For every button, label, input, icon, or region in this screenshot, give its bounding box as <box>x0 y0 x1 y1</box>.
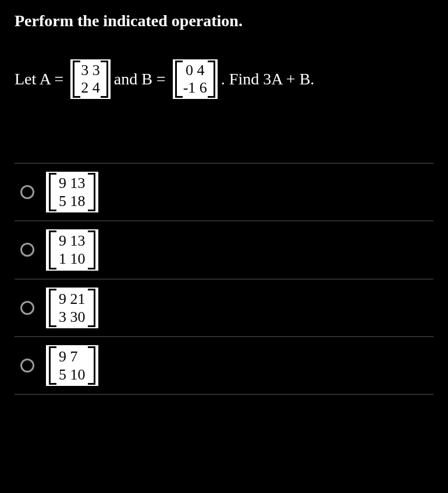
answer-option-1[interactable]: 9 13 5 18 <box>15 164 433 221</box>
answer-1-row2: 5 18 <box>59 192 86 210</box>
answer-option-2[interactable]: 9 13 1 10 <box>15 221 433 279</box>
answer-matrix-1: 9 13 5 18 <box>46 172 98 212</box>
matrix-b: 0 4 -1 6 <box>173 59 218 99</box>
problem-statement: Let A = 3 3 2 4 and B = 0 4 -1 6 . Find … <box>15 59 433 99</box>
let-a-text: Let A = <box>15 70 63 88</box>
matrix-b-row2: -1 6 <box>183 79 207 97</box>
answer-list: 9 13 5 18 9 13 1 10 9 21 3 30 9 7 5 10 <box>15 163 433 395</box>
radio-icon[interactable] <box>20 359 34 373</box>
answer-matrix-2: 9 13 1 10 <box>46 229 98 270</box>
matrix-a: 3 3 2 4 <box>70 59 111 99</box>
matrix-a-row1: 3 3 <box>81 62 100 79</box>
radio-icon[interactable] <box>20 185 34 199</box>
matrix-b-row1: 0 4 <box>183 62 207 79</box>
answer-4-row2: 5 10 <box>59 366 86 384</box>
answer-2-row2: 1 10 <box>59 250 86 268</box>
question-title: Perform the indicated operation. <box>15 12 433 30</box>
answer-1-row1: 9 13 <box>59 174 86 192</box>
answer-2-row1: 9 13 <box>59 232 86 250</box>
answer-option-4[interactable]: 9 7 5 10 <box>15 337 433 395</box>
answer-3-row2: 3 30 <box>59 308 86 326</box>
answer-matrix-3: 9 21 3 30 <box>46 288 98 328</box>
radio-icon[interactable] <box>20 243 34 257</box>
matrix-a-row2: 2 4 <box>81 79 100 97</box>
answer-4-row1: 9 7 <box>59 347 86 366</box>
answer-3-row1: 9 21 <box>59 290 86 308</box>
radio-icon[interactable] <box>20 301 34 315</box>
and-b-text: and B = <box>114 70 166 88</box>
find-text: . Find 3A + B. <box>221 70 315 88</box>
answer-matrix-4: 9 7 5 10 <box>46 345 98 386</box>
answer-option-3[interactable]: 9 21 3 30 <box>15 279 433 337</box>
